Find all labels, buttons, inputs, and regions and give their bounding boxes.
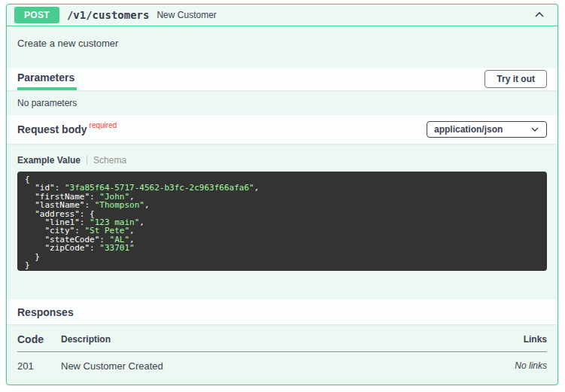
- endpoint-description: Create a new customer: [7, 26, 557, 68]
- tab-parameters[interactable]: Parameters: [17, 68, 77, 90]
- content-type-selected-value: application/json: [434, 124, 503, 135]
- response-description: New Customer Created: [61, 352, 494, 372]
- chevron-down-icon: [530, 125, 539, 134]
- responses-section-header: Responses: [7, 299, 557, 324]
- response-links: No links: [494, 352, 547, 372]
- tab-divider: [87, 156, 87, 165]
- endpoint-panel: POST /v1/customers New Customer Create a…: [6, 4, 558, 385]
- content-type-select[interactable]: application/json: [427, 121, 547, 138]
- endpoint-summary-bar[interactable]: POST /v1/customers New Customer: [7, 5, 557, 26]
- collapse-chevron-up-icon[interactable]: [532, 8, 547, 23]
- model-example-tabs: Example Value Schema: [17, 155, 547, 166]
- responses-table: Code Description Links 201 New Customer …: [17, 333, 547, 372]
- http-method-badge: POST: [14, 7, 59, 23]
- tab-schema[interactable]: Schema: [93, 155, 126, 166]
- parameters-title: Parameters: [17, 71, 74, 84]
- request-body-section-header: Request bodyrequired application/json: [7, 115, 557, 144]
- request-body-title-group: Request bodyrequired: [17, 123, 117, 136]
- required-badge: required: [90, 121, 117, 129]
- table-row: 201 New Customer Created No links: [17, 352, 547, 372]
- responses-title: Responses: [17, 306, 74, 318]
- try-it-out-button[interactable]: Try it out: [485, 70, 547, 88]
- request-body-content: Example Value Schema { "id": "3fa85f64-5…: [7, 144, 557, 299]
- responses-content: Code Description Links 201 New Customer …: [7, 324, 557, 385]
- request-body-title: Request body: [17, 123, 87, 135]
- parameters-section-header: Parameters Try it out: [7, 68, 557, 90]
- endpoint-summary-text: New Customer: [156, 10, 216, 20]
- responses-header-code: Code: [17, 333, 61, 352]
- responses-header-links: Links: [494, 333, 547, 352]
- tab-example-value[interactable]: Example Value: [17, 155, 80, 166]
- responses-header-description: Description: [61, 333, 494, 352]
- chevron-up-icon: [533, 9, 545, 21]
- responses-table-header-row: Code Description Links: [17, 333, 547, 352]
- example-value-code-block: { "id": "3fa85f64-5717-4562-b3fc-2c963f6…: [17, 172, 547, 271]
- no-parameters-message: No parameters: [7, 90, 557, 115]
- response-code: 201: [17, 352, 61, 372]
- endpoint-path: /v1/customers: [67, 9, 150, 21]
